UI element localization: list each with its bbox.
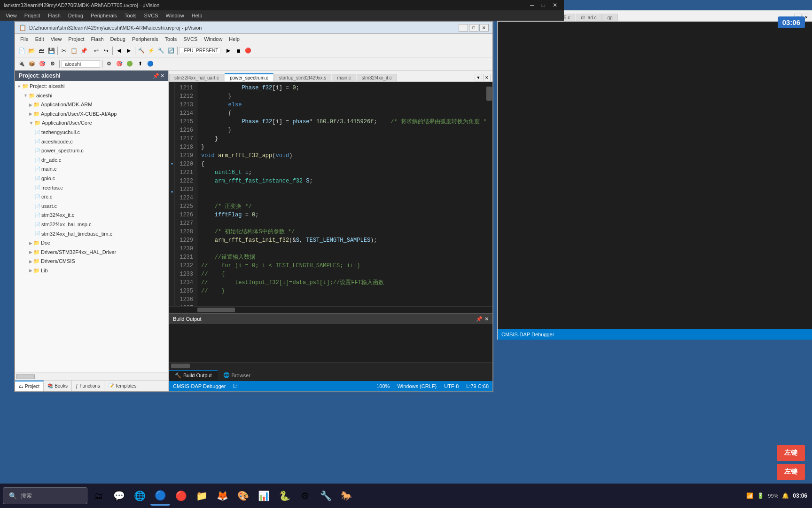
taskbar-browser-icon[interactable]: 🦊 xyxy=(212,486,232,506)
tb2-compile-btn[interactable]: 🔵 xyxy=(146,59,155,69)
code-vscroll[interactable] xyxy=(486,82,492,306)
taskbar-active-icon[interactable]: 🔵 xyxy=(150,486,170,506)
tb-paste-btn[interactable]: 📌 xyxy=(79,46,88,56)
outer-menu-flash[interactable]: Flash xyxy=(44,12,64,19)
taskbar-horse-icon[interactable]: 🐎 xyxy=(336,486,356,506)
build-pin-btn[interactable]: 📌 xyxy=(476,316,483,322)
outer-minimize-btn[interactable]: ─ xyxy=(527,2,537,8)
tree-aiceshi[interactable]: ▼ 📁 aiceshi xyxy=(16,91,167,101)
code-content[interactable]: Phase_f32[i] = 0; } else { Phase_f32[i] … xyxy=(197,82,486,306)
outer-menu-peripherals[interactable]: Peripherals xyxy=(87,12,121,19)
inner-menu-project[interactable]: Project xyxy=(65,36,87,42)
taskbar-app2-icon[interactable]: 📁 xyxy=(192,486,211,506)
taskbar-chart-icon[interactable]: 📊 xyxy=(254,486,273,506)
tb-redo-btn[interactable]: ↪ xyxy=(102,46,111,56)
tb2-green-btn[interactable]: 🟢 xyxy=(125,59,134,69)
inner-menu-edit[interactable]: Edit xyxy=(32,36,47,42)
etab-uart[interactable]: stm32f4xx_hal_uart.c xyxy=(169,74,224,81)
tree-doc[interactable]: ▶ 📁 Doc xyxy=(16,238,167,248)
tb2-btn2[interactable]: 📦 xyxy=(27,59,37,69)
tb-new-btn[interactable]: 📄 xyxy=(17,46,26,56)
tb-debug-start[interactable]: ▶ xyxy=(224,46,233,56)
tb2-arrow-btn[interactable]: ⬆ xyxy=(135,59,145,69)
outer-maximize-btn[interactable]: □ xyxy=(539,2,548,8)
etab-mainc[interactable]: main.c xyxy=(332,74,356,81)
tab-filter-btn[interactable]: ▼ xyxy=(475,74,482,81)
tree-file-ps[interactable]: 📄 power_spectrum.c xyxy=(16,146,167,156)
outer-close-btn[interactable]: ✕ xyxy=(550,2,560,8)
inner-menu-view[interactable]: View xyxy=(47,36,65,42)
tb-save-btn[interactable]: 💾 xyxy=(47,46,56,56)
tree-file-timebase[interactable]: 📄 stm32f4xx_hal_timebase_tim.c xyxy=(16,230,167,239)
outer-menu-tools[interactable]: Tools xyxy=(121,12,141,19)
tb-close-btn[interactable]: 🗃 xyxy=(37,46,46,56)
tb-breakpt-btn[interactable]: 🔴 xyxy=(243,46,253,56)
sidebar-scroll-thumb[interactable] xyxy=(16,374,35,379)
hscroll-thumb[interactable] xyxy=(197,308,235,312)
inner-menu-window[interactable]: Window xyxy=(201,36,226,42)
taskbar-app1-icon[interactable]: 🔴 xyxy=(171,486,191,506)
inner-close-btn[interactable]: ✕ xyxy=(479,24,489,32)
tab-close-btn[interactable]: ✕ xyxy=(483,74,491,81)
tb-build2-btn[interactable]: ⚡ xyxy=(147,46,156,56)
outer-menu-help[interactable]: Help xyxy=(188,12,206,19)
tree-file-usart[interactable]: 📄 usart.c xyxy=(16,202,167,211)
build-header-controls[interactable]: 📌 ✕ xyxy=(476,316,489,322)
inner-menu-tools[interactable]: Tools xyxy=(162,36,180,42)
outer-window-controls[interactable]: ─ □ ✕ xyxy=(527,2,560,8)
tb-undo-btn[interactable]: ↩ xyxy=(92,46,101,56)
outer-menu-view[interactable]: View xyxy=(2,12,21,19)
taskbar-python-icon[interactable]: 🐍 xyxy=(274,486,294,506)
tb-rebuild-btn[interactable]: 🔃 xyxy=(166,46,176,56)
tb-cut-btn[interactable]: ✂ xyxy=(59,46,69,56)
build-close-btn[interactable]: ✕ xyxy=(484,316,489,322)
taskbar-app3-icon[interactable]: 🎨 xyxy=(233,486,253,506)
vscroll-thumb[interactable] xyxy=(486,87,492,101)
tree-cmsis[interactable]: ▶ 📁 Drivers/CMSIS xyxy=(16,257,167,266)
outer-menu-window[interactable]: Window xyxy=(162,12,188,19)
inner-menu-help[interactable]: Help xyxy=(226,36,243,42)
inner-menu-debug[interactable]: Debug xyxy=(107,36,129,42)
rtab-drad[interactable]: dr_ad.c xyxy=(576,14,601,21)
tb-fwd-btn[interactable]: ▶ xyxy=(124,46,133,56)
tree-file-halmsp[interactable]: 📄 stm32f4xx_hal_msp.c xyxy=(16,220,167,230)
build-hscroll-thumb[interactable] xyxy=(171,364,190,368)
etab-it[interactable]: stm32f4xx_it.c xyxy=(357,74,397,81)
inner-minimize-btn[interactable]: ─ xyxy=(459,24,468,32)
tree-file-freertos[interactable]: 📄 freertos.c xyxy=(16,183,167,193)
sidebar-header-controls[interactable]: 📌 ✕ xyxy=(153,73,164,79)
outer-menu-project[interactable]: Project xyxy=(21,12,44,19)
etab-ps[interactable]: power_spectrum.c xyxy=(225,73,273,81)
fold-arrow-1214[interactable]: ▼ xyxy=(170,162,174,166)
taskbar-edge-icon[interactable]: 🌐 xyxy=(130,486,149,506)
outer-menu-debug[interactable]: Debug xyxy=(64,12,87,19)
taskbar-chat-icon[interactable]: 💬 xyxy=(109,486,129,506)
tree-file-it[interactable]: 📄 stm32f4xx_it.c xyxy=(16,211,167,220)
tb2-btn3[interactable]: 🎯 xyxy=(38,59,47,69)
inner-menu-peripherals[interactable]: Peripherals xyxy=(129,36,162,42)
tb-back-btn[interactable]: ◀ xyxy=(114,46,124,56)
tb-build3-btn[interactable]: 🔧 xyxy=(156,46,166,56)
right-btn-2[interactable]: 左键 xyxy=(777,464,805,480)
taskbar-tool-icon[interactable]: 🔧 xyxy=(316,486,336,506)
tree-file-tezh[interactable]: 📄 tezhengyuchuli.c xyxy=(16,128,167,137)
inner-menu-flash[interactable]: Flash xyxy=(88,36,107,42)
tree-file-dradc[interactable]: 📄 dr_adc.c xyxy=(16,156,167,165)
tree-hal[interactable]: ▶ 📁 Drivers/STM32F4xx_HAL_Driver xyxy=(16,248,167,257)
btab-build-output[interactable]: 🔨 Build Output xyxy=(169,370,218,381)
tree-file-main[interactable]: 📄 main.c xyxy=(16,165,167,174)
tb-stop-btn[interactable]: ⏹ xyxy=(234,46,243,56)
inner-window-controls[interactable]: ─ □ ✕ xyxy=(459,24,489,32)
code-hscroll[interactable] xyxy=(169,306,492,313)
rtab-gp[interactable]: gp xyxy=(602,14,618,21)
tb-open-btn[interactable]: 📂 xyxy=(27,46,36,56)
tree-xcubeai[interactable]: ▶ 📁 Application/User/X-CUBE-AI/App xyxy=(16,110,167,119)
sidebar-close-btn[interactable]: ✕ xyxy=(160,73,164,79)
sidebar-hscroll[interactable] xyxy=(15,373,168,380)
etab-startup[interactable]: startup_stm32f429xx.s xyxy=(274,74,332,81)
outer-menu-svcs[interactable]: SVCS xyxy=(141,12,162,19)
inner-restore-btn[interactable]: □ xyxy=(469,24,478,32)
tree-mdk-arm[interactable]: ▶ 📁 Application/MDK-ARM xyxy=(16,100,167,110)
tree-file-crc[interactable]: 📄 crc.c xyxy=(16,192,167,202)
inner-menu-file[interactable]: File xyxy=(17,36,32,42)
